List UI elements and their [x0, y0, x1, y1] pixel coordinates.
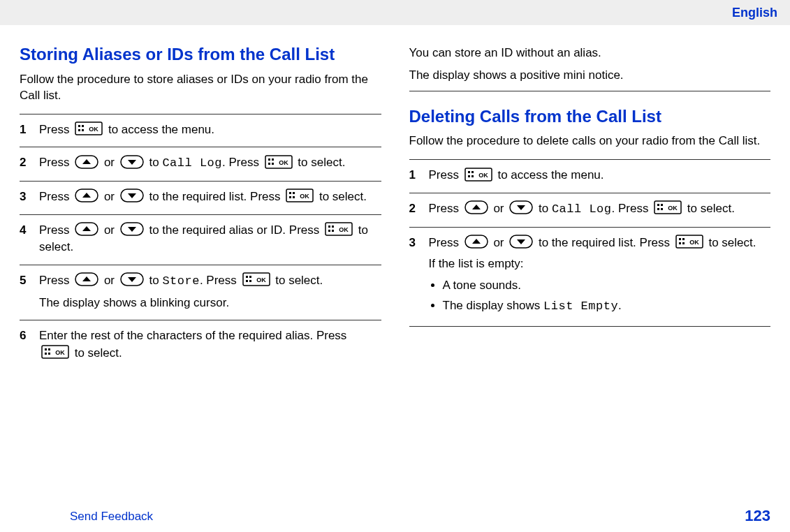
- svg-rect-1: [78, 125, 80, 127]
- svg-rect-65: [657, 208, 659, 210]
- up-button-icon: [465, 200, 488, 214]
- svg-rect-53: [468, 171, 470, 173]
- svg-rect-50: [48, 353, 50, 355]
- svg-rect-43: [246, 280, 248, 282]
- step: 4Press or to the required alias or ID. P…: [20, 215, 381, 265]
- down-button-icon: [120, 155, 144, 169]
- mono-text: Call Log: [162, 156, 222, 170]
- svg-rect-63: [657, 204, 659, 206]
- step: 6Enter the rest of the characters of the…: [20, 320, 381, 370]
- step-text: Enter the rest of the characters of the …: [39, 327, 381, 362]
- step: 1Press OK to access the menu.: [409, 159, 771, 193]
- svg-rect-76: [682, 242, 685, 244]
- section2-title: Deleting Calls from the Call List: [409, 107, 771, 127]
- mono-text: Store: [162, 274, 200, 288]
- step-number: 6: [20, 327, 39, 362]
- svg-rect-48: [48, 348, 50, 350]
- svg-rect-23: [289, 196, 291, 198]
- step-number: 3: [20, 189, 39, 206]
- svg-rect-12: [272, 158, 274, 161]
- svg-rect-21: [289, 192, 291, 194]
- svg-rect-47: [45, 348, 47, 350]
- svg-rect-31: [328, 226, 330, 228]
- svg-rect-32: [332, 226, 334, 228]
- svg-rect-54: [471, 171, 474, 173]
- down-button-icon: [120, 189, 144, 202]
- down-button-icon: [509, 200, 533, 214]
- section1-intro: Follow the procedure to store aliases or…: [20, 72, 381, 104]
- step-note: If the list is empty:: [429, 256, 771, 273]
- step-text: Press or to Store. Press OK to select.: [39, 272, 381, 290]
- language-label: English: [732, 6, 777, 20]
- svg-rect-55: [468, 175, 470, 177]
- up-button-icon: [75, 272, 98, 286]
- svg-text:OK: OK: [89, 126, 98, 133]
- svg-text:OK: OK: [256, 276, 266, 283]
- svg-rect-73: [679, 238, 681, 240]
- svg-rect-44: [249, 280, 251, 282]
- step-text: Press OK to access the menu.: [39, 121, 381, 139]
- ok-button-icon: OK: [75, 121, 103, 135]
- step-number: 4: [20, 222, 39, 256]
- step: 3Press or to the required list. Press OK…: [409, 228, 771, 327]
- ok-button-icon: OK: [654, 200, 682, 214]
- step-text: Press or to the required alias or ID. Pr…: [39, 222, 381, 256]
- section1-steps: 1Press OK to access the menu.2Press or t…: [20, 114, 381, 371]
- step: 2Press or to Call Log. Press OK to selec…: [409, 193, 771, 228]
- step-bullets: A tone sounds.The display shows List Emp…: [429, 277, 771, 315]
- ok-button-icon: OK: [242, 272, 270, 286]
- step-number: 3: [409, 235, 429, 318]
- down-button-icon: [120, 222, 144, 236]
- step-text: Press or to the required list. Press OK …: [39, 189, 381, 206]
- svg-rect-33: [328, 230, 330, 232]
- page-content: Storing Aliases or IDs from the Call Lis…: [0, 25, 790, 532]
- step: 5Press or to Store. Press OK to select.T…: [20, 265, 381, 320]
- section1-notes: You can store an ID without an alias.The…: [409, 39, 771, 84]
- step: 2Press or to Call Log. Press OK to selec…: [20, 147, 381, 182]
- svg-rect-13: [268, 163, 270, 165]
- svg-text:OK: OK: [339, 226, 349, 233]
- svg-text:OK: OK: [279, 159, 288, 166]
- svg-rect-41: [246, 276, 248, 278]
- note-text: You can store an ID without an alias.: [409, 45, 771, 61]
- section2-intro: Follow the procedure to delete calls on …: [409, 133, 771, 149]
- divider: [409, 91, 771, 91]
- step-text: Press or to Call Log. Press OK to select…: [429, 200, 771, 219]
- note-text: The display shows a positive mini notice…: [409, 67, 771, 84]
- ok-button-icon: OK: [265, 155, 293, 169]
- svg-rect-2: [82, 125, 84, 127]
- up-button-icon: [465, 235, 488, 249]
- svg-rect-42: [249, 276, 251, 278]
- svg-rect-22: [293, 192, 295, 194]
- svg-text:OK: OK: [689, 239, 699, 246]
- svg-rect-66: [661, 208, 663, 210]
- mono-text: Call Log: [552, 202, 612, 216]
- step-number: 5: [20, 272, 39, 311]
- ok-button-icon: OK: [675, 235, 703, 249]
- svg-rect-14: [272, 163, 274, 165]
- svg-rect-3: [78, 129, 80, 131]
- svg-rect-75: [679, 242, 681, 244]
- bullet-item: A tone sounds.: [443, 277, 771, 295]
- step-number: 1: [409, 167, 429, 184]
- svg-rect-74: [682, 238, 685, 240]
- step-text: Press or to Call Log. Press OK to select…: [39, 154, 381, 172]
- svg-text:OK: OK: [55, 349, 65, 356]
- svg-rect-56: [471, 175, 474, 177]
- send-feedback-link[interactable]: Send Feedback: [70, 510, 153, 524]
- step-text: Press OK to access the menu.: [429, 167, 771, 184]
- left-column: Storing Aliases or IDs from the Call Lis…: [20, 39, 381, 370]
- up-button-icon: [75, 189, 98, 202]
- svg-rect-34: [332, 230, 334, 232]
- step: 3Press or to the required list. Press OK…: [20, 182, 381, 215]
- step: 1Press OK to access the menu.: [20, 114, 381, 148]
- ok-button-icon: OK: [465, 168, 492, 182]
- svg-rect-24: [293, 196, 295, 198]
- ok-button-icon: OK: [41, 345, 69, 359]
- svg-rect-11: [268, 158, 270, 161]
- step-number: 2: [20, 154, 39, 172]
- up-button-icon: [75, 155, 98, 169]
- down-button-icon: [120, 272, 144, 286]
- step-note: The display shows a blinking cursor.: [39, 295, 381, 312]
- svg-rect-4: [82, 129, 84, 131]
